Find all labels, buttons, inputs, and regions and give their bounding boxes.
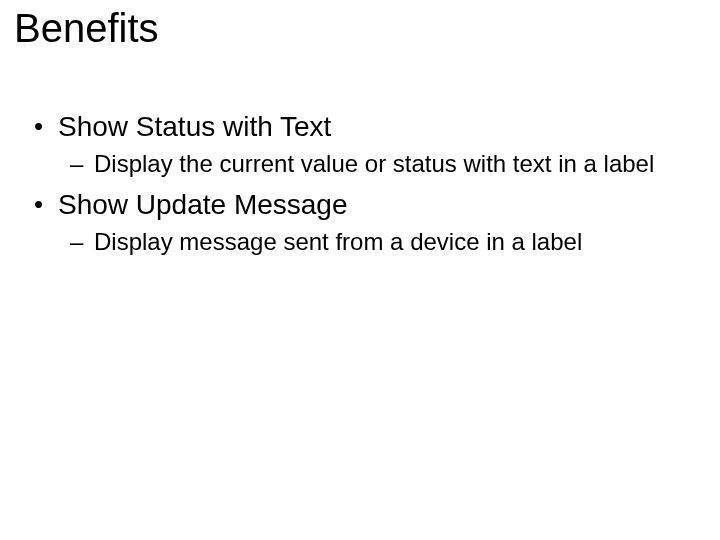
list-item: Show Update Message Display message sent… bbox=[58, 189, 700, 257]
slide-title: Benefits bbox=[14, 6, 700, 51]
bullet-list: Show Status with Text Display the curren… bbox=[20, 111, 700, 257]
list-item: Show Status with Text Display the curren… bbox=[58, 111, 700, 179]
item-heading: Show Status with Text bbox=[58, 111, 331, 142]
sub-list: Display message sent from a device in a … bbox=[58, 227, 700, 257]
sub-item: Display the current value or status with… bbox=[94, 149, 700, 179]
sub-item: Display message sent from a device in a … bbox=[94, 227, 700, 257]
item-heading: Show Update Message bbox=[58, 189, 348, 220]
sub-list: Display the current value or status with… bbox=[58, 149, 700, 179]
